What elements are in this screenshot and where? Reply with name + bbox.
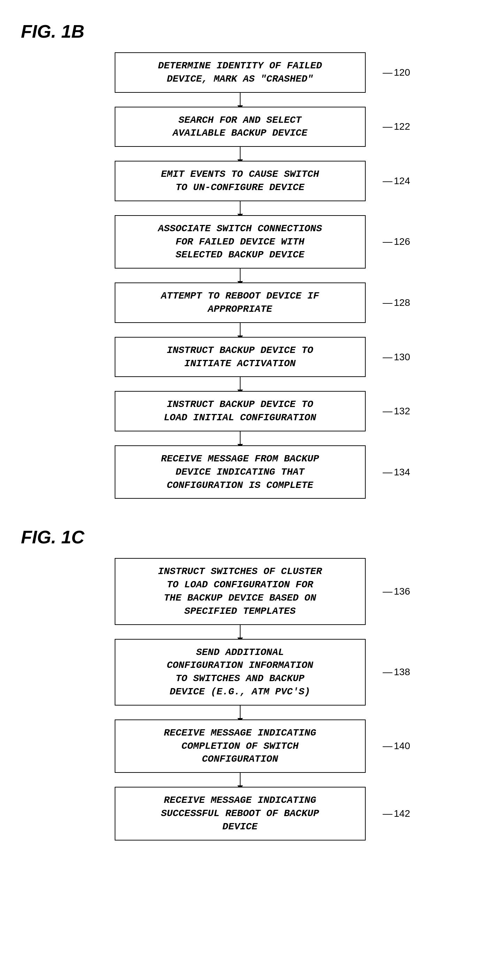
- figure-1b-section: FIG. 1B DETERMINE IDENTITY OF FAILEDDEVI…: [21, 21, 459, 499]
- flow-row-step-142: RECEIVE MESSAGE INDICATINGSUCCESSFUL REB…: [21, 787, 459, 840]
- flow-label-step-136: 136: [383, 585, 410, 598]
- arrow-step-124: [240, 201, 240, 215]
- flow-box-step-136: INSTRUCT SWITCHES OF CLUSTERTO LOAD CONF…: [115, 558, 366, 625]
- flow-row-step-130: INSTRUCT BACKUP DEVICE TOINITIATE ACTIVA…: [21, 337, 459, 377]
- flow-box-step-134: RECEIVE MESSAGE FROM BACKUPDEVICE INDICA…: [115, 445, 366, 499]
- flow-label-step-134: 134: [383, 466, 410, 479]
- flow-box-step-128: ATTEMPT TO REBOOT DEVICE IFAPPROPRIATE12…: [115, 283, 366, 323]
- flow-box-step-122: SEARCH FOR AND SELECTAVAILABLE BACKUP DE…: [115, 107, 366, 147]
- flow-label-step-124: 124: [383, 174, 410, 188]
- flow-row-step-138: SEND ADDITIONALCONFIGURATION INFORMATION…: [21, 639, 459, 706]
- arrow-step-140: [240, 773, 240, 787]
- flow-row-step-136: INSTRUCT SWITCHES OF CLUSTERTO LOAD CONF…: [21, 558, 459, 625]
- flow-box-step-140: RECEIVE MESSAGE INDICATINGCOMPLETION OF …: [115, 719, 366, 773]
- flow-label-step-142: 142: [383, 807, 410, 820]
- flow-box-step-126: ASSOCIATE SWITCH CONNECTIONSFOR FAILED D…: [115, 215, 366, 269]
- flow-box-step-138: SEND ADDITIONALCONFIGURATION INFORMATION…: [115, 639, 366, 706]
- flow-row-step-132: INSTRUCT BACKUP DEVICE TOLOAD INITIAL CO…: [21, 391, 459, 431]
- flow-label-step-140: 140: [383, 740, 410, 753]
- flow-label-step-128: 128: [383, 296, 410, 309]
- arrow-step-132: [240, 431, 240, 445]
- arrow-step-122: [240, 147, 240, 161]
- flow-label-step-122: 122: [383, 120, 410, 133]
- flow-row-step-126: ASSOCIATE SWITCH CONNECTIONSFOR FAILED D…: [21, 215, 459, 269]
- flow-row-step-122: SEARCH FOR AND SELECTAVAILABLE BACKUP DE…: [21, 107, 459, 147]
- flow-label-step-132: 132: [383, 404, 410, 418]
- figure-1b-title: FIG. 1B: [21, 21, 459, 42]
- flow-label-step-120: 120: [383, 66, 410, 79]
- arrow-step-120: [240, 93, 240, 107]
- flow-row-step-134: RECEIVE MESSAGE FROM BACKUPDEVICE INDICA…: [21, 445, 459, 499]
- figure-1c-title: FIG. 1C: [21, 527, 459, 547]
- arrow-step-126: [240, 269, 240, 283]
- flow-label-step-126: 126: [383, 235, 410, 249]
- flowchart-1c: INSTRUCT SWITCHES OF CLUSTERTO LOAD CONF…: [21, 558, 459, 840]
- figure-1c-section: FIG. 1C INSTRUCT SWITCHES OF CLUSTERTO L…: [21, 527, 459, 840]
- flow-box-step-120: DETERMINE IDENTITY OF FAILEDDEVICE, MARK…: [115, 52, 366, 93]
- flow-box-step-130: INSTRUCT BACKUP DEVICE TOINITIATE ACTIVA…: [115, 337, 366, 377]
- flow-box-step-124: EMIT EVENTS TO CAUSE SWITCHTO UN-CONFIGU…: [115, 161, 366, 201]
- arrow-step-136: [240, 625, 240, 639]
- flowchart-1b: DETERMINE IDENTITY OF FAILEDDEVICE, MARK…: [21, 52, 459, 499]
- flow-row-step-128: ATTEMPT TO REBOOT DEVICE IFAPPROPRIATE12…: [21, 283, 459, 323]
- flow-label-step-130: 130: [383, 350, 410, 364]
- flow-label-step-138: 138: [383, 665, 410, 679]
- arrow-step-138: [240, 706, 240, 719]
- flow-row-step-120: DETERMINE IDENTITY OF FAILEDDEVICE, MARK…: [21, 52, 459, 93]
- arrow-step-128: [240, 323, 240, 337]
- arrow-step-130: [240, 377, 240, 391]
- flow-box-step-132: INSTRUCT BACKUP DEVICE TOLOAD INITIAL CO…: [115, 391, 366, 431]
- flow-box-step-142: RECEIVE MESSAGE INDICATINGSUCCESSFUL REB…: [115, 787, 366, 840]
- flow-row-step-140: RECEIVE MESSAGE INDICATINGCOMPLETION OF …: [21, 719, 459, 773]
- flow-row-step-124: EMIT EVENTS TO CAUSE SWITCHTO UN-CONFIGU…: [21, 161, 459, 201]
